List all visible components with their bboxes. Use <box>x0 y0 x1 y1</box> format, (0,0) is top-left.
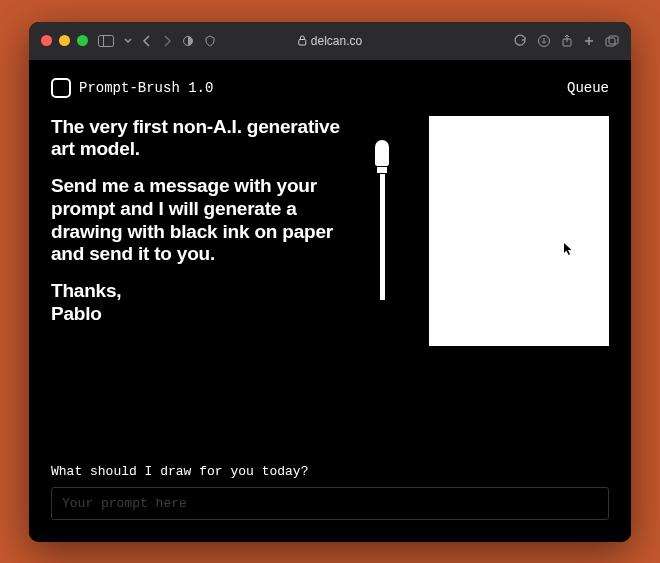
brand-logo-icon <box>51 78 71 98</box>
prompt-input[interactable] <box>51 487 609 520</box>
brush-column <box>369 116 395 300</box>
sidebar-toggle-icon[interactable] <box>98 35 114 47</box>
window-controls <box>41 35 88 46</box>
hero-line-1: The very first non-A.I. generative art m… <box>51 116 351 162</box>
address-bar[interactable]: delcan.co <box>298 34 362 48</box>
brand-title: Prompt-Brush 1.0 <box>79 80 213 96</box>
svg-rect-6 <box>606 38 615 46</box>
share-icon[interactable] <box>561 34 573 48</box>
page-content: Prompt-Brush 1.0 Queue The very first no… <box>29 60 631 542</box>
zoom-window-icon[interactable] <box>77 35 88 46</box>
reload-icon[interactable] <box>513 34 527 48</box>
app-header: Prompt-Brush 1.0 Queue <box>51 78 609 98</box>
minimize-window-icon[interactable] <box>59 35 70 46</box>
prompt-label: What should I draw for you today? <box>51 464 609 479</box>
svg-rect-0 <box>99 35 114 46</box>
browser-window: delcan.co Prompt-Brush 1.0 Queue <box>29 22 631 542</box>
cursor-icon <box>563 242 573 259</box>
hero-section: The very first non-A.I. generative art m… <box>51 116 609 346</box>
browser-chrome: delcan.co <box>29 22 631 60</box>
canvas-column <box>429 116 609 346</box>
hero-thanks: Thanks, <box>51 280 121 301</box>
address-domain: delcan.co <box>311 34 362 48</box>
queue-link[interactable]: Queue <box>567 80 609 96</box>
drawing-canvas[interactable] <box>429 116 609 346</box>
brush-icon <box>374 140 390 300</box>
prompt-area: What should I draw for you today? <box>51 464 609 520</box>
chevron-down-icon[interactable] <box>124 37 132 45</box>
back-icon[interactable] <box>142 35 152 47</box>
shield-icon[interactable] <box>204 35 216 47</box>
brand[interactable]: Prompt-Brush 1.0 <box>51 78 213 98</box>
lock-icon <box>298 35 307 46</box>
hero-line-2: Send me a message with your prompt and I… <box>51 175 351 266</box>
svg-rect-3 <box>299 40 306 46</box>
shield-half-icon[interactable] <box>182 35 194 47</box>
svg-rect-7 <box>609 36 618 44</box>
hero-text: The very first non-A.I. generative art m… <box>51 116 351 340</box>
downloads-icon[interactable] <box>537 34 551 48</box>
new-tab-icon[interactable] <box>583 35 595 47</box>
forward-icon[interactable] <box>162 35 172 47</box>
tabs-overview-icon[interactable] <box>605 35 619 47</box>
hero-signature: Pablo <box>51 303 102 324</box>
hero-signoff: Thanks, Pablo <box>51 280 351 326</box>
close-window-icon[interactable] <box>41 35 52 46</box>
